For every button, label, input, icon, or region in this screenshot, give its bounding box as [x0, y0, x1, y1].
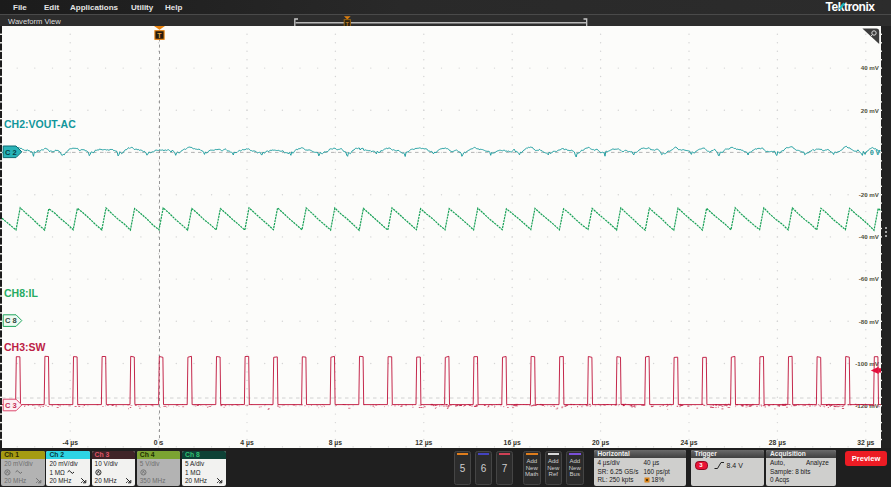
svg-text:-80 mV: -80 mV [859, 318, 880, 325]
svg-text:CH3:SW: CH3:SW [4, 341, 46, 353]
svg-text:16 µs: 16 µs [504, 439, 521, 447]
svg-text:8 µs: 8 µs [329, 439, 343, 447]
svg-text:-60 mV: -60 mV [859, 275, 880, 282]
svg-text:4 µs: 4 µs [240, 439, 254, 447]
svg-text:-120 mV: -120 mV [855, 402, 880, 409]
svg-text:C 3: C 3 [5, 401, 17, 410]
svg-text:-40 mV: -40 mV [859, 233, 880, 240]
svg-text:28 µs: 28 µs [769, 439, 786, 447]
svg-text:-20 mV: -20 mV [859, 191, 880, 198]
svg-text:0 s: 0 s [154, 439, 164, 446]
svg-text:20 mV: 20 mV [861, 107, 880, 114]
svg-text:T: T [157, 32, 162, 39]
svg-text:12 µs: 12 µs [415, 439, 432, 447]
svg-text:-100 mV: -100 mV [855, 360, 880, 367]
svg-text:C 2: C 2 [5, 148, 17, 157]
svg-text:CH2:VOUT-AC: CH2:VOUT-AC [4, 118, 76, 130]
svg-text:-4 µs: -4 µs [62, 439, 78, 447]
svg-text:24 µs: 24 µs [680, 439, 697, 447]
svg-text:20 µs: 20 µs [592, 439, 609, 447]
svg-text:C 8: C 8 [5, 316, 17, 325]
svg-text:32 µs: 32 µs [857, 439, 874, 447]
svg-text:40 mV: 40 mV [861, 64, 880, 71]
svg-text:CH8:IL: CH8:IL [4, 287, 38, 299]
svg-text:0 V: 0 V [870, 149, 880, 156]
